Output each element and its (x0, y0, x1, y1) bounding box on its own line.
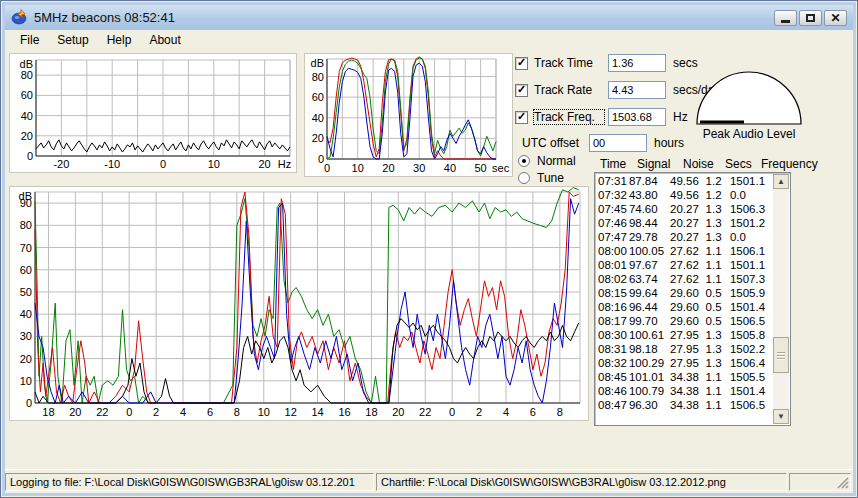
svg-text:dB: dB (311, 57, 324, 69)
cell-frequency: 1505.8 (730, 329, 773, 343)
list-item[interactable]: 07:4698.4420.271.31501.2 (598, 217, 773, 231)
cell-noise: 34.38 (670, 385, 706, 399)
title-bar[interactable]: 5MHz beacons 08:52:41 ✕ (5, 5, 853, 30)
cell-time: 08:02 (598, 273, 629, 287)
list-item[interactable]: 07:3187.8449.561.21501.1 (598, 175, 773, 189)
cell-noise: 27.62 (670, 259, 706, 273)
cell-frequency: 1506.3 (730, 203, 773, 217)
list-item[interactable]: 08:0197.6727.621.11501.1 (598, 259, 773, 273)
list-item[interactable]: 08:0263.7427.621.11507.3 (598, 273, 773, 287)
cell-secs: 1.3 (706, 343, 730, 357)
cell-frequency: 1505.9 (730, 287, 773, 301)
maximize-button[interactable] (799, 10, 822, 26)
svg-text:4: 4 (180, 406, 186, 418)
svg-text:40: 40 (21, 110, 33, 122)
normal-radio-label: Normal (537, 154, 576, 168)
list-item[interactable]: 07:4574.6020.271.31506.3 (598, 203, 773, 217)
svg-text:6: 6 (207, 406, 213, 418)
track-rate-checkbox[interactable]: ✓ (515, 84, 528, 97)
cell-frequency: 1501.1 (730, 175, 773, 189)
cell-signal: 87.84 (629, 175, 670, 189)
menu-bar: File Setup Help About (5, 30, 853, 50)
cell-secs: 1.1 (706, 259, 730, 273)
log-listbox[interactable]: 07:3187.8449.561.21501.107:3243.8049.561… (594, 172, 791, 426)
list-item[interactable]: 08:1799.7029.600.51506.5 (598, 315, 773, 329)
cell-time: 08:47 (598, 399, 629, 413)
scroll-down-button[interactable]: ▼ (773, 409, 789, 424)
cell-secs: 1.3 (706, 231, 730, 245)
track-time-input[interactable] (608, 54, 666, 72)
list-item[interactable]: 08:45101.0134.381.11505.5 (598, 371, 773, 385)
cell-signal: 100.79 (629, 385, 670, 399)
cell-signal: 74.60 (629, 203, 670, 217)
list-item[interactable]: 08:32100.2927.951.31506.4 (598, 357, 773, 371)
cell-secs: 1.1 (706, 371, 730, 385)
cell-secs: 1.1 (706, 399, 730, 413)
beacon-green (327, 58, 496, 159)
normal-radio[interactable] (518, 155, 530, 167)
list-item[interactable]: 08:1599.6429.600.51505.9 (598, 287, 773, 301)
svg-text:20: 20 (69, 406, 81, 418)
resize-grip-icon[interactable] (836, 476, 849, 489)
svg-text:20: 20 (21, 130, 33, 142)
track-rate-input[interactable] (608, 81, 666, 99)
svg-text:Hz: Hz (278, 158, 291, 170)
minimize-button[interactable] (774, 10, 797, 26)
cell-frequency: 0.0 (730, 231, 773, 245)
thumb-grip-icon (777, 358, 785, 359)
list-item[interactable]: 07:3243.8049.561.20.0 (598, 189, 773, 203)
menu-about[interactable]: About (140, 31, 189, 49)
close-button[interactable]: ✕ (824, 10, 847, 26)
track-freq-input[interactable] (608, 108, 666, 126)
svg-text:dB: dB (19, 190, 32, 202)
track-freq-label: Track Freq. (534, 110, 604, 124)
menu-file[interactable]: File (11, 31, 48, 49)
menu-help[interactable]: Help (98, 31, 141, 49)
track-time-checkbox[interactable]: ✓ (515, 57, 528, 70)
cell-secs: 1.3 (706, 217, 730, 231)
col-noise: Noise (683, 157, 725, 171)
list-item[interactable]: 08:30100.6127.951.31505.8 (598, 329, 773, 343)
cell-noise: 49.56 (670, 175, 706, 189)
svg-text:50: 50 (475, 162, 487, 174)
cell-time: 08:01 (598, 259, 629, 273)
list-item[interactable]: 07:4729.7820.271.30.0 (598, 231, 773, 245)
svg-text:8: 8 (234, 406, 240, 418)
utc-offset-input[interactable] (589, 134, 647, 152)
cell-secs: 1.3 (706, 203, 730, 217)
cell-noise: 20.27 (670, 231, 706, 245)
cell-noise: 49.56 (670, 189, 706, 203)
cell-signal: 43.80 (629, 189, 670, 203)
svg-text:80: 80 (312, 71, 324, 83)
cell-signal: 100.05 (629, 245, 670, 259)
list-item[interactable]: 08:4796.3034.381.11506.5 (598, 399, 773, 413)
cell-frequency: 1506.4 (730, 357, 773, 371)
cell-secs: 1.1 (706, 245, 730, 259)
scroll-up-button[interactable]: ▲ (773, 174, 789, 189)
scroll-thumb[interactable] (773, 337, 789, 373)
log-scrollbar[interactable]: ▲ ▼ (773, 174, 789, 424)
list-item[interactable]: 08:00100.0527.621.11506.1 (598, 245, 773, 259)
cell-signal: 96.44 (629, 301, 670, 315)
list-item[interactable]: 08:1696.4429.600.51501.4 (598, 301, 773, 315)
cell-noise: 34.38 (670, 399, 706, 413)
list-item[interactable]: 08:3198.1827.951.31502.2 (598, 343, 773, 357)
history-chart: 0102030405060708090dB1820220246810121416… (9, 186, 589, 421)
svg-text:0: 0 (449, 406, 455, 418)
history-green (35, 188, 579, 403)
menu-setup[interactable]: Setup (48, 31, 97, 49)
svg-text:2: 2 (153, 406, 159, 418)
svg-text:4: 4 (503, 406, 509, 418)
col-time: Time (600, 157, 637, 171)
status-bar: Logging to file: F:\Local Disk\G0ISW\G0I… (5, 469, 853, 493)
track-freq-checkbox[interactable]: ✓ (515, 111, 528, 124)
svg-text:50: 50 (20, 286, 32, 298)
svg-text:16: 16 (338, 406, 350, 418)
list-item[interactable]: 08:46100.7934.381.11501.4 (598, 385, 773, 399)
svg-text:sec: sec (492, 162, 510, 174)
checkmark-icon: ✓ (517, 84, 526, 95)
beacon-cycle-chart: 020406080dB01020304050sec (304, 53, 513, 177)
tune-radio[interactable] (518, 172, 530, 184)
svg-text:40: 40 (444, 162, 456, 174)
cell-noise: 29.60 (670, 301, 706, 315)
